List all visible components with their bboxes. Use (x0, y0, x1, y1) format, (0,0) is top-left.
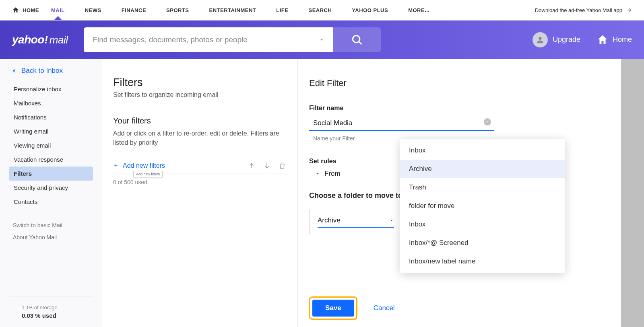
sidebar-link-switch-to-basic-mail[interactable]: Switch to basic Mail (13, 219, 89, 231)
chevron-down-icon (319, 37, 324, 43)
topnav-item-sports[interactable]: SPORTS (166, 7, 189, 13)
search-dropdown-toggle[interactable] (309, 27, 333, 52)
topnav-item-more[interactable]: MORE... (408, 7, 429, 13)
add-filters-label: Add new filters (123, 162, 165, 169)
download-app-label: Download the ad-free Yahoo Mail app (535, 7, 622, 13)
sidebar-item-personalize-inbox[interactable]: Personalize inbox (9, 82, 93, 96)
folder-option[interactable]: Inbox/new label name (400, 252, 565, 271)
edit-filter-title: Edit Filter (309, 78, 633, 88)
topnav-items: MAIL NEWS FINANCE SPORTS ENTERTAINMENT L… (51, 7, 429, 13)
move-down-icon[interactable] (263, 162, 271, 170)
back-label: Back to Inbox (21, 67, 63, 75)
filters-title: Filters (113, 76, 286, 89)
caret-down-icon (389, 218, 394, 223)
back-to-inbox[interactable]: Back to Inbox (0, 67, 102, 82)
search-icon (351, 34, 363, 46)
folder-option[interactable]: folder for move (400, 197, 565, 215)
folder-option[interactable]: Inbox/*@ Screened (400, 234, 565, 252)
sidebar-item-mailboxes[interactable]: Mailboxes (9, 96, 93, 110)
topnav-item-search[interactable]: SEARCH (308, 7, 332, 13)
sidebar-item-writing-email[interactable]: Writing email (9, 124, 93, 138)
topnav-item-life[interactable]: LIFE (276, 7, 288, 13)
clear-input-button[interactable] (484, 118, 491, 125)
rule-from-label: From (324, 170, 341, 178)
sidebar-item-viewing-email[interactable]: Viewing email (9, 138, 93, 152)
arrow-left-icon (10, 67, 17, 74)
home-icon (597, 34, 609, 46)
svg-point-1 (539, 37, 541, 39)
home-link[interactable]: HOME (12, 6, 39, 14)
topnav-home-label: HOME (23, 7, 39, 13)
home-button[interactable]: Home (597, 34, 632, 46)
cancel-button[interactable]: Cancel (374, 304, 395, 312)
upgrade-link[interactable]: Upgrade (533, 32, 580, 47)
sidebar-link-about-yahoo-mail[interactable]: About Yahoo Mail (13, 231, 89, 243)
filters-panel: Filters Set filters to organize incoming… (102, 59, 298, 327)
trash-icon[interactable] (278, 162, 286, 170)
svg-point-0 (353, 35, 360, 43)
move-up-icon[interactable] (248, 162, 256, 170)
folder-dropdown-menu: InboxArchiveTrashfolder for moveInboxInb… (400, 139, 565, 273)
save-button[interactable]: Save (312, 300, 354, 317)
folder-select[interactable]: Archive (309, 209, 402, 235)
search-box (84, 27, 381, 52)
plus-icon (113, 163, 119, 169)
filter-name-label: Filter name (309, 105, 633, 112)
filters-subtitle: Set filters to organize incoming email (113, 91, 286, 99)
storage-used: 0.03 % used (22, 312, 80, 319)
logo-product: mail (50, 34, 68, 46)
arrow-right-icon (626, 7, 632, 13)
sidebar-item-vacation-response[interactable]: Vacation response (9, 152, 93, 167)
topnav-item-news[interactable]: NEWS (85, 7, 101, 13)
avatar[interactable] (533, 32, 548, 47)
folder-option[interactable]: Archive (400, 160, 565, 178)
close-icon (486, 120, 489, 123)
your-filters-heading: Your filters (113, 116, 286, 125)
folder-option[interactable]: Trash (400, 178, 565, 197)
topnav-item-entertainment[interactable]: ENTERTAINMENT (209, 7, 256, 13)
folder-select-value: Archive (318, 216, 341, 224)
folder-option[interactable]: Inbox (400, 215, 565, 234)
home-icon (12, 6, 19, 14)
yahoo-mail-logo[interactable]: yahoo!mail (12, 33, 68, 46)
top-nav-bar: HOME MAIL NEWS FINANCE SPORTS ENTERTAINM… (0, 0, 644, 21)
your-filters-desc: Add or click on a filter to re-order, ed… (113, 129, 286, 147)
topnav-item-mail[interactable]: MAIL (51, 7, 65, 13)
app-header: yahoo!mail Upgrade Home (0, 21, 644, 59)
home-label: Home (613, 35, 632, 44)
person-icon (536, 35, 545, 44)
filter-name-input[interactable] (309, 117, 494, 131)
topnav-item-finance[interactable]: FINANCE (122, 7, 146, 13)
sidebar-item-security-and-privacy[interactable]: Security and privacy (9, 181, 93, 195)
sidebar-item-notifications[interactable]: Notifications (9, 110, 93, 124)
storage-total: 1 TB of storage (22, 304, 80, 311)
download-app-link[interactable]: Download the ad-free Yahoo Mail app (535, 7, 632, 13)
filters-used-count: 0 of 500 used (113, 179, 286, 185)
save-button-highlight: Save (309, 296, 357, 320)
add-filters-tooltip: Add new filters (133, 171, 163, 177)
settings-sidebar: Back to Inbox Personalize inboxMailboxes… (0, 59, 102, 327)
sidebar-item-filters[interactable]: Filters (9, 167, 93, 181)
add-new-filters-button[interactable]: Add new filters Add new filters (113, 162, 165, 169)
storage-info: 1 TB of storage 0.03 % used (9, 296, 93, 319)
sidebar-item-contacts[interactable]: Contacts (9, 195, 93, 209)
topnav-item-yahooplus[interactable]: YAHOO PLUS (352, 7, 388, 13)
right-overlay-scrim (621, 59, 644, 327)
search-input[interactable] (84, 27, 309, 52)
folder-option[interactable]: Inbox (400, 141, 565, 160)
search-button[interactable] (333, 27, 381, 52)
upgrade-label: Upgrade (553, 35, 580, 44)
chevron-down-icon (315, 171, 320, 177)
logo-brand: yahoo! (12, 33, 48, 46)
